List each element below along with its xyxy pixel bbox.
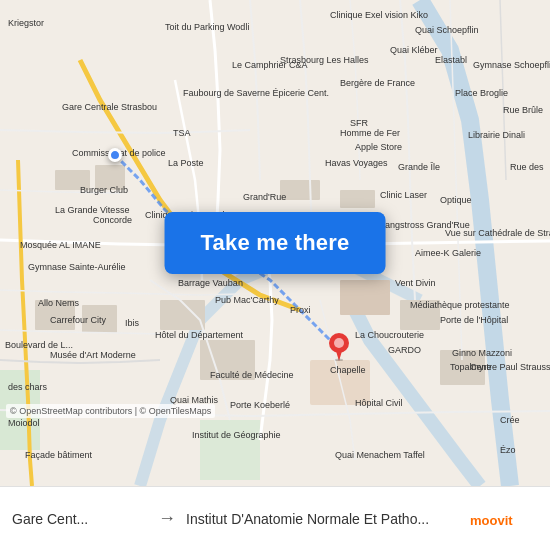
- map-container: KriegstorToit du Parking WodliClinique E…: [0, 0, 550, 486]
- arrow-icon: →: [158, 508, 176, 529]
- to-text: Institut D'Anatomie Normale Et Patho...: [186, 511, 429, 527]
- attribution-text: © OpenStreetMap contributors | © OpenTil…: [6, 404, 215, 418]
- svg-point-16: [334, 338, 344, 348]
- bottom-bar: Gare Cent... → Institut D'Anatomie Norma…: [0, 486, 550, 550]
- svg-rect-3: [55, 170, 90, 190]
- svg-rect-13: [35, 300, 75, 330]
- svg-rect-14: [82, 305, 117, 333]
- from-location: Gare Cent...: [12, 511, 148, 527]
- svg-rect-4: [95, 165, 125, 190]
- destination-marker: [329, 333, 349, 361]
- svg-rect-9: [400, 300, 440, 330]
- svg-point-17: [335, 359, 343, 362]
- svg-rect-2: [200, 420, 260, 480]
- app: KriegstorToit du Parking WodliClinique E…: [0, 0, 550, 550]
- from-text: Gare Cent...: [12, 511, 88, 527]
- origin-marker: [108, 148, 122, 162]
- svg-rect-5: [280, 180, 320, 200]
- svg-text:moovit: moovit: [470, 513, 513, 528]
- svg-rect-8: [340, 280, 390, 315]
- svg-rect-7: [160, 300, 205, 330]
- svg-rect-6: [340, 190, 375, 208]
- to-location: Institut D'Anatomie Normale Et Patho...: [186, 511, 458, 527]
- moovit-logo: moovit: [468, 505, 538, 533]
- take-me-there-button[interactable]: Take me there: [165, 212, 386, 274]
